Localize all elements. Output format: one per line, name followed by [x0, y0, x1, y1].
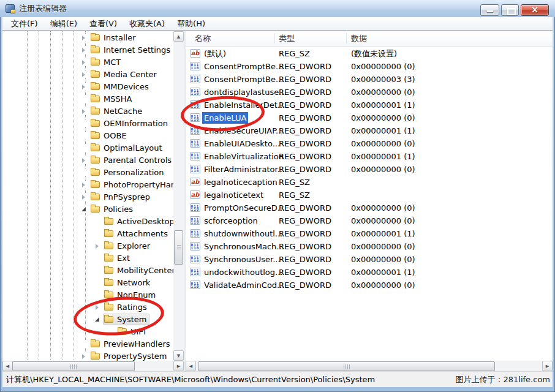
tree-item[interactable]: NetCache	[2, 105, 184, 117]
tree-node[interactable]: Policies	[89, 203, 136, 215]
tree-item[interactable]: Policies	[2, 203, 184, 215]
tree-item[interactable]: MobilityCenter	[2, 264, 184, 276]
tree-item[interactable]: PropertySystem	[2, 350, 184, 362]
tree-expander[interactable]	[81, 120, 87, 127]
value-row[interactable]: ConsentPromptBe... REG_DWORD 0x00000000 …	[186, 60, 553, 73]
tree-item[interactable]: MSSHA	[2, 92, 184, 105]
tree-expander[interactable]	[81, 47, 87, 53]
tree-item[interactable]: Explorer	[2, 239, 184, 252]
value-row[interactable]: SynchronousMach... REG_DWORD 0x00000000 …	[186, 240, 553, 253]
value-row[interactable]: (默认) REG_SZ (数值未设置)	[186, 47, 553, 60]
tree-item[interactable]: Parental Controls	[2, 154, 184, 166]
tree-expander[interactable]	[81, 71, 87, 78]
value-row[interactable]: PromptOnSecureD... REG_DWORD 0x00000000 …	[186, 202, 553, 214]
tree-expander[interactable]	[81, 145, 87, 151]
scroll-down-icon[interactable]: ▼	[173, 350, 184, 361]
tree-item[interactable]: NonEnum	[2, 288, 184, 301]
value-row[interactable]: EnableUIADeskto... REG_DWORD 0x00000000 …	[186, 137, 553, 150]
tree-item[interactable]: Ext	[2, 252, 184, 264]
menu-edit[interactable]: 编辑(E)	[44, 17, 83, 31]
tree-expander[interactable]	[94, 218, 100, 225]
tree-node[interactable]: OEMInformation	[89, 118, 171, 129]
value-row[interactable]: undockwithoutlog... REG_DWORD 0x00000001…	[186, 266, 553, 279]
tree-node[interactable]: PhotoPropertyHand	[89, 179, 184, 190]
scroll-left-icon[interactable]: ◀	[2, 361, 13, 371]
tree-expander[interactable]	[81, 341, 87, 347]
value-row[interactable]: ConsentPromptBe... REG_DWORD 0x00000003 …	[186, 73, 553, 86]
column-header-name[interactable]: 名称	[195, 31, 211, 47]
tree-node[interactable]: Installer	[89, 32, 138, 43]
column-header-type[interactable]: 类型	[279, 31, 295, 47]
tree-node[interactable]: Parental Controls	[89, 154, 175, 166]
tree-hscroll-thumb[interactable]	[12, 361, 135, 371]
column-separator[interactable]	[346, 33, 347, 43]
tree-item[interactable]: MCT	[2, 56, 184, 68]
tree-node[interactable]: NetCache	[89, 105, 145, 117]
tree-expander[interactable]	[81, 194, 87, 200]
tree-expander[interactable]	[81, 353, 87, 360]
tree-item[interactable]: MMDevices	[2, 80, 184, 92]
tree-expander[interactable]	[81, 96, 87, 102]
value-row[interactable]: ValidateAdminCod... REG_DWORD 0x00000000…	[186, 279, 553, 292]
tree-item[interactable]: PreviewHandlers	[2, 337, 184, 350]
tree-item[interactable]: Network	[2, 276, 184, 288]
tree-expander[interactable]	[81, 59, 87, 66]
tree-expander[interactable]	[94, 243, 100, 249]
tree-expander[interactable]	[94, 292, 100, 298]
column-header-data[interactable]: 数据	[351, 31, 367, 47]
menu-help[interactable]: 帮助(H)	[171, 17, 211, 31]
tree-expander[interactable]	[81, 181, 87, 188]
menu-view[interactable]: 查看(V)	[83, 17, 123, 31]
tree-expander[interactable]	[81, 157, 87, 164]
tree-expander[interactable]	[94, 230, 100, 237]
tree-vscroll-thumb[interactable]	[174, 230, 183, 265]
tree-item[interactable]: Media Center	[2, 68, 184, 80]
tree-item[interactable]: Internet Settings	[2, 43, 184, 56]
scroll-left-icon[interactable]: ◀	[186, 361, 196, 371]
tree-item[interactable]: Personalization	[2, 166, 184, 178]
tree-expander[interactable]	[94, 267, 100, 274]
value-row[interactable]: legalnoticetext REG_SZ	[186, 189, 553, 202]
close-button-icon[interactable]	[521, 4, 549, 16]
tree-item[interactable]: PnPSysprep	[2, 190, 184, 203]
tree-node[interactable]: PropertySystem	[89, 350, 170, 362]
tree-expander[interactable]	[81, 34, 87, 41]
value-row[interactable]: shutdownwithoutl... REG_DWORD 0x00000001…	[186, 227, 553, 240]
tree-expander[interactable]	[81, 169, 87, 176]
value-row[interactable]: EnableVirtualization REG_DWORD 0x0000000…	[186, 150, 553, 163]
tree-node[interactable]: Media Center	[89, 69, 160, 80]
tree-node[interactable]: Attachments	[103, 228, 171, 239]
menu-favorites[interactable]: 收藏夹(A)	[123, 17, 171, 31]
column-separator[interactable]	[274, 33, 275, 43]
tree-item[interactable]: OOBE	[2, 129, 184, 141]
tree-node[interactable]: Personalization	[89, 167, 167, 178]
tree-node[interactable]: OOBE	[89, 130, 130, 141]
tree-node[interactable]: Network	[103, 277, 153, 288]
tree-node[interactable]: MMDevices	[89, 81, 152, 92]
value-row[interactable]: FilterAdministrator... REG_DWORD 0x00000…	[186, 163, 553, 176]
tree-node[interactable]: Internet Settings	[89, 44, 173, 56]
tree-item[interactable]: PhotoPropertyHand	[2, 178, 184, 190]
tree-expander[interactable]	[94, 279, 100, 286]
value-row[interactable]: SynchronousUser... REG_DWORD 0x00000000 …	[186, 253, 553, 266]
tree-expander[interactable]	[94, 255, 100, 262]
tree-node[interactable]: Ext	[103, 252, 133, 264]
tree-node[interactable]: MobilityCenter	[103, 265, 178, 276]
tree-item[interactable]: OEMInformation	[2, 117, 184, 129]
tree-vertical-scrollbar[interactable]: ▲ ▼	[173, 31, 184, 361]
tree-item[interactable]: Attachments	[2, 227, 184, 239]
value-row[interactable]: scforceoption REG_DWORD 0x00000000 (0)	[186, 214, 553, 227]
tree-node[interactable]: PnPSysprep	[89, 191, 153, 203]
tree-node[interactable]: OptimalLayout	[89, 142, 165, 154]
tree-item[interactable]: ActiveDesktop	[2, 215, 184, 227]
tree-item[interactable]: OptimalLayout	[2, 141, 184, 154]
tree-expander[interactable]	[81, 108, 87, 115]
minimize-button-icon[interactable]	[480, 4, 499, 16]
maximize-button-icon[interactable]	[501, 4, 519, 16]
titlebar[interactable]: 注册表编辑器	[0, 0, 555, 17]
menu-file[interactable]: 文件(F)	[5, 17, 44, 31]
tree-node[interactable]: MCT	[89, 56, 124, 68]
tree-expander[interactable]	[81, 83, 87, 90]
scroll-up-icon[interactable]: ▲	[173, 31, 184, 42]
list-hscroll-thumb[interactable]	[198, 361, 495, 371]
